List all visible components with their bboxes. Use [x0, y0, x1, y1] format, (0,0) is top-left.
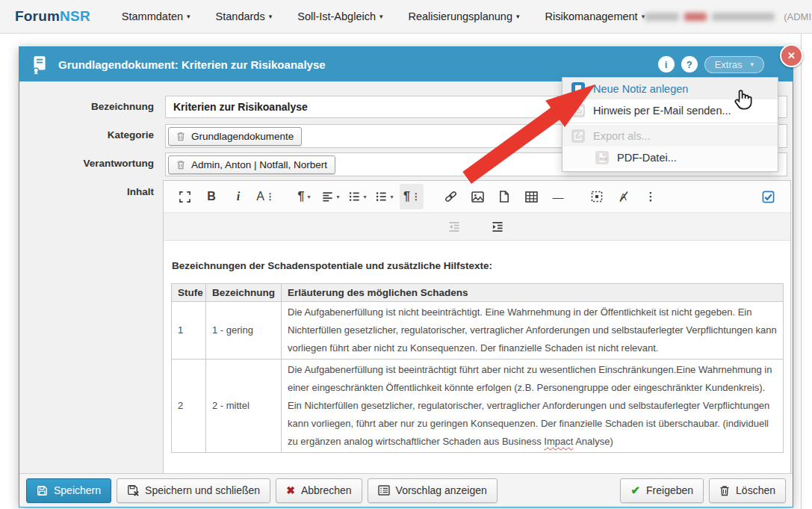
app-logo[interactable]: ForumNSR [15, 8, 90, 25]
pdf-file-icon: PDF [595, 151, 609, 164]
caret-down-icon: ▾ [307, 194, 310, 200]
list-icon [378, 485, 390, 496]
column-header-erlaeuterung: Erläuterung des möglichen Schadens [282, 284, 784, 302]
caret-down-icon: ▾ [390, 194, 393, 200]
horizontal-rule-button[interactable]: — [546, 184, 570, 209]
caret-down-icon: ▾ [379, 13, 383, 20]
kategorie-chip[interactable]: Grundlagendokumente [168, 127, 302, 146]
horizontal-rule-icon: — [553, 191, 564, 203]
bezeichnung-label: Bezeichnung [19, 101, 154, 112]
clear-formatting-button[interactable]: A [612, 184, 636, 209]
user-menu[interactable]: (ADMINISTRATOR) ▾ [645, 3, 812, 30]
align-button[interactable]: ▾ [319, 184, 343, 209]
trash-icon [719, 485, 730, 496]
text-options-button[interactable]: A⋮ [253, 184, 277, 209]
kategorie-chip-label: Grundlagendokumente [191, 131, 294, 142]
bold-icon: B [207, 190, 216, 203]
select-all-icon [591, 191, 603, 203]
editor-toolbar-row2 [164, 213, 790, 241]
show-proposal-button[interactable]: Vorschlag anzeigen [368, 478, 498, 503]
editor-checked-checkbox[interactable] [756, 184, 780, 209]
menu-item-export-als[interactable]: Export als... [562, 125, 778, 146]
more-dots-icon: ⋮ [412, 191, 420, 202]
italic-button[interactable]: i [226, 184, 250, 209]
brand-secondary: NSR [60, 8, 90, 24]
extras-button[interactable]: Extras▾ [704, 56, 764, 73]
paragraph-icon: ¶ [298, 190, 305, 203]
ordered-list-button[interactable]: ▾ [346, 184, 370, 209]
ordered-list-icon [349, 191, 360, 202]
help-button[interactable]: ? [681, 56, 698, 73]
envelope-icon [571, 104, 585, 117]
info-button[interactable]: i [658, 56, 675, 73]
image-icon [471, 191, 484, 203]
fullscreen-button[interactable] [173, 184, 196, 209]
save-button[interactable]: Speichern [26, 478, 111, 503]
verantwortung-label: Verantwortung [19, 158, 154, 169]
delete-button[interactable]: Löschen [709, 478, 786, 503]
cancel-button[interactable]: ✖ Abbrechen [276, 478, 362, 503]
save-close-icon [127, 484, 139, 496]
table-cell-erlaeuterung: Die Aufgabenerfüllung ist beeinträchtigt… [282, 360, 784, 453]
save-and-close-button[interactable]: Speichern und schließen [117, 478, 270, 503]
caret-down-icon: ▾ [269, 13, 273, 20]
caret-down-icon: ▾ [516, 13, 520, 20]
close-dialog-button[interactable]: ✕ [780, 44, 803, 67]
brand-primary: Forum [15, 8, 60, 24]
insert-image-button[interactable] [465, 184, 489, 209]
cancel-x-icon: ✖ [286, 484, 295, 496]
close-icon: ✕ [787, 50, 796, 61]
document-scroll-icon [30, 55, 49, 75]
indent-button[interactable] [486, 214, 509, 239]
info-icon: i [665, 59, 668, 70]
more-tools-button[interactable]: ⋮ [639, 184, 663, 209]
dialog-title: Grundlagendokument: Kriterien zur Risiko… [58, 58, 326, 71]
menu-standards[interactable]: Standards▾ [216, 10, 273, 22]
caret-down-icon: ▾ [187, 13, 190, 20]
table-row: 1 1 - gering Die Aufgabenerfüllung ist n… [172, 302, 784, 360]
save-icon [37, 485, 48, 496]
editor-toolbar: B i A⋮ ¶▾ ▾ ▾ [164, 181, 790, 213]
indent-icon [492, 221, 503, 232]
content-heading: Bezeichnungen der Schadenspotentiale und… [172, 260, 783, 271]
schadenspotentiale-table: Stufe Bezeichnung Erläuterung des möglic… [171, 283, 784, 453]
caret-down-icon: ▾ [336, 194, 339, 200]
user-role-label: (ADMINISTRATOR) [784, 11, 812, 22]
menu-item-pdf-datei[interactable]: PDF PDF-Datei... [562, 146, 778, 168]
clear-formatting-icon: A [618, 191, 630, 203]
menu-risikomanagement[interactable]: Risikomanagement▾ [545, 10, 645, 22]
more-dots-icon: ⋮ [266, 191, 274, 202]
page-right-border [801, 34, 802, 509]
paragraph-icon: ¶ [403, 190, 410, 203]
note-icon [571, 82, 585, 96]
spellcheck-flagged-word: Impact [544, 436, 573, 447]
insert-file-button[interactable] [492, 184, 516, 209]
paragraph-format-button[interactable]: ¶▾ [292, 184, 316, 209]
verantwortung-chip[interactable]: Admin, Anton | Notfall, Norbert [168, 155, 335, 174]
paragraph-style-button[interactable]: ¶⋮ [400, 184, 424, 209]
select-all-button[interactable] [585, 184, 609, 209]
editor-content[interactable]: Bezeichnungen der Schadenspotentiale und… [164, 241, 790, 453]
fullscreen-icon [179, 191, 190, 203]
caret-down-icon: ▾ [750, 61, 754, 68]
file-icon [499, 191, 509, 203]
kategorie-label: Kategorie [19, 129, 154, 141]
menu-item-neue-notiz[interactable]: Neue Notiz anlegen [562, 78, 778, 99]
main-menu: Stammdaten▾ Standards▾ Soll-Ist-Abgleich… [122, 10, 645, 22]
insert-table-button[interactable] [519, 184, 543, 209]
insert-link-button[interactable] [438, 184, 462, 209]
release-button[interactable]: ✔ Freigeben [620, 478, 704, 503]
checked-checkbox-icon [762, 191, 775, 203]
menu-item-email-hinweis[interactable]: Hinweis per E-Mail senden... [562, 99, 778, 121]
menu-stammdaten[interactable]: Stammdaten▾ [122, 10, 190, 22]
font-options-icon: A [256, 190, 264, 203]
trash-icon [176, 132, 185, 141]
unordered-list-button[interactable]: ▾ [373, 184, 397, 209]
menu-soll-ist-abgleich[interactable]: Soll-Ist-Abgleich▾ [297, 10, 382, 22]
more-vertical-icon: ⋮ [645, 190, 657, 203]
export-icon [571, 129, 585, 143]
menu-realisierungsplanung[interactable]: Realisierungsplanung▾ [409, 10, 520, 22]
outdent-button[interactable] [442, 214, 466, 239]
bold-button[interactable]: B [199, 184, 223, 209]
extras-dropdown-menu: Neue Notiz anlegen Hinweis per E-Mail se… [562, 77, 778, 172]
